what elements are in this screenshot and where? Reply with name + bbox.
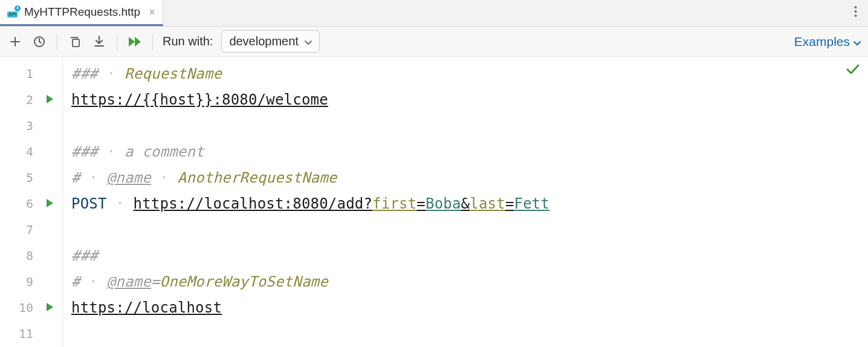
http-client-toolbar: Run with: development Examples [0, 27, 868, 57]
line-number: 10 [0, 294, 62, 320]
code-line [71, 112, 868, 138]
run-gutter-icon[interactable] [45, 92, 54, 107]
code-line: https://localhost [71, 294, 868, 320]
line-number: 3 [0, 112, 62, 138]
line-number: 6 [0, 190, 62, 216]
file-tab[interactable]: API MyHTTPRequests.http × [0, 0, 163, 26]
svg-point-1 [855, 10, 857, 13]
svg-point-0 [855, 6, 857, 8]
run-gutter-icon[interactable] [45, 196, 54, 211]
line-number: 4 [0, 138, 62, 164]
line-number: 8 [0, 242, 62, 268]
line-number: 1 [0, 60, 62, 86]
tab-options-icon[interactable] [843, 5, 868, 21]
code-line [71, 320, 868, 346]
examples-label: Examples [794, 34, 850, 49]
code-line: ### · RequestName [71, 60, 868, 86]
line-number: 9 [0, 268, 62, 294]
examples-link[interactable]: Examples [794, 34, 861, 49]
code-line [71, 216, 868, 242]
run-gutter-icon[interactable] [45, 300, 54, 315]
environment-selected: development [229, 34, 299, 48]
chevron-down-icon [305, 34, 312, 48]
add-request-button[interactable] [7, 34, 23, 50]
svg-point-2 [855, 15, 857, 17]
separator [152, 33, 153, 50]
tab-filename: MyHTTPRequests.http [24, 5, 140, 19]
svg-rect-4 [73, 39, 79, 47]
editor: 1 2 3 4 5 6 7 8 9 10 11 ### · RequestNam… [0, 57, 868, 347]
code-line: ### · a comment [71, 138, 868, 164]
chevron-down-icon [853, 34, 861, 49]
line-number: 2 [0, 86, 62, 112]
code-line: POST · https://localhost:8080/add?first=… [71, 190, 868, 216]
code-area[interactable]: ### · RequestName https://{{host}}:8080/… [63, 57, 868, 347]
line-number: 11 [0, 320, 62, 346]
http-file-icon: API [7, 6, 19, 18]
import-button[interactable] [91, 34, 107, 50]
code-line: # · @name · AnotherRequestName [71, 164, 868, 190]
separator [117, 33, 117, 50]
line-number: 5 [0, 164, 62, 190]
separator [57, 33, 57, 50]
environment-dropdown[interactable]: development [221, 30, 320, 53]
run-all-button[interactable] [127, 34, 143, 50]
code-line: https://{{host}}:8080/welcome [71, 86, 868, 112]
close-tab-icon[interactable]: × [149, 6, 155, 19]
code-line: ### [71, 242, 868, 268]
inspection-ok-icon[interactable] [846, 62, 860, 79]
code-line: # · @name=OneMoreWayToSetName [71, 268, 868, 294]
copy-button[interactable] [67, 34, 83, 50]
line-number: 7 [0, 216, 62, 242]
run-with-label: Run with: [163, 34, 213, 48]
gutter: 1 2 3 4 5 6 7 8 9 10 11 [0, 57, 63, 347]
tab-bar: API MyHTTPRequests.http × [0, 0, 868, 27]
history-button[interactable] [31, 34, 47, 50]
